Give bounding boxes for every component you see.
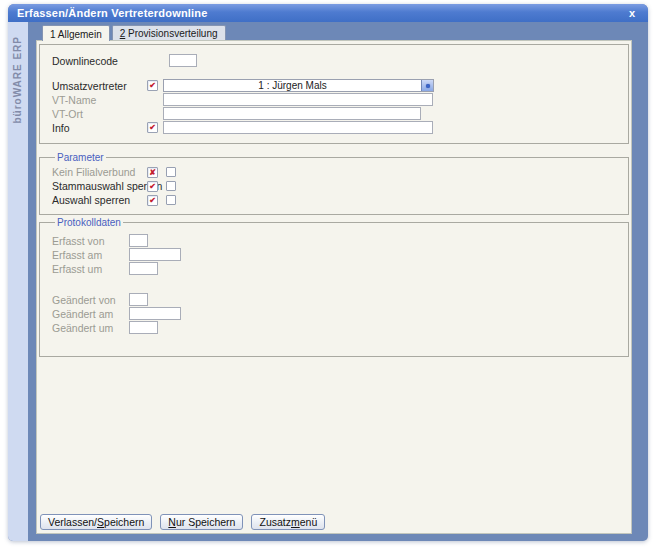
kein-filialverbund-label: Kein Filialverbund [52, 166, 147, 178]
auswahl-sperren-checkbox[interactable] [166, 195, 176, 205]
erfasst-von-input[interactable] [129, 234, 148, 247]
geaendert-um-input[interactable] [129, 321, 158, 334]
downlinecode-input[interactable] [169, 54, 197, 67]
parameter-section: Parameter Kein Filialverbund ✘ Stammausw… [39, 152, 629, 215]
check-icon[interactable]: ✔ [147, 181, 158, 192]
field-erfasst-um: Erfasst um [52, 262, 618, 275]
tab-provisionsverteilung[interactable]: 2 Provisionsverteilung [112, 25, 226, 40]
stammauswahl-sperren-checkbox[interactable] [166, 181, 176, 191]
erfasst-um-label: Erfasst um [52, 263, 129, 275]
dropdown-button[interactable] [421, 80, 433, 91]
stammauswahl-sperren-label: Stammauswahl sperren [52, 180, 147, 192]
umsatzvertreter-label: Umsatzvertreter [52, 80, 147, 92]
nur-speichern-button[interactable]: Nur Speichern [160, 514, 243, 530]
window-title: Erfassen/Ändern Vertreterdownline [17, 7, 625, 19]
erfasst-am-input[interactable] [129, 248, 181, 261]
erfasst-am-label: Erfasst am [52, 249, 129, 261]
erfasst-von-label: Erfasst von [52, 235, 129, 247]
info-edit-icon[interactable]: ✔ [147, 122, 158, 133]
umsatzvertreter-edit-icon[interactable]: ✔ [147, 80, 158, 91]
tab-allgemein[interactable]: 1 Allgemein [42, 25, 110, 41]
geaendert-am-label: Geändert am [52, 308, 129, 320]
parameter-legend: Parameter [55, 152, 106, 163]
brand-sidebar: büroWARE ERP [8, 22, 28, 541]
umsatzvertreter-value: 1 : Jürgen Mals [164, 80, 421, 91]
erfasst-um-input[interactable] [129, 262, 158, 275]
vt-ort-label: VT-Ort [52, 108, 147, 120]
info-input[interactable] [163, 121, 433, 134]
info-label: Info [52, 122, 147, 134]
protokolldaten-legend: Protokolldaten [55, 217, 123, 228]
field-downlinecode: Downlinecode [52, 54, 618, 67]
field-kein-filialverbund: Kein Filialverbund ✘ [52, 165, 618, 179]
field-erfasst-von: Erfasst von [52, 234, 618, 247]
field-auswahl-sperren: Auswahl sperren ✔ [52, 193, 618, 207]
tab-bar: 1 Allgemein 2 Provisionsverteilung [36, 22, 632, 40]
titlebar[interactable]: Erfassen/Ändern Vertreterdownline x [8, 4, 648, 22]
field-erfasst-am: Erfasst am [52, 248, 618, 261]
verlassen-speichern-button[interactable]: Verlassen/Speichern [40, 514, 152, 530]
protokolldaten-section: Protokolldaten Erfasst von Erfasst am Er… [39, 217, 629, 357]
field-geaendert-um: Geändert um [52, 321, 618, 334]
field-geaendert-von: Geändert von [52, 293, 618, 306]
field-vt-ort: VT-Ort [52, 107, 618, 120]
field-stammauswahl-sperren: Stammauswahl sperren ✔ [52, 179, 618, 193]
field-vt-name: VT-Name [52, 93, 618, 106]
check-icon[interactable]: ✔ [147, 195, 158, 206]
downlinecode-label: Downlinecode [52, 55, 147, 67]
form-panel: Downlinecode Umsatzvertreter ✔ 1 : Jürge… [36, 40, 632, 534]
geaendert-am-input[interactable] [129, 307, 181, 320]
umsatzvertreter-select[interactable]: 1 : Jürgen Mals [163, 79, 434, 92]
button-bar: Verlassen/Speichern Nur Speichern Zusatz… [37, 514, 631, 533]
vt-ort-input[interactable] [163, 107, 421, 120]
general-section: Downlinecode Umsatzvertreter ✔ 1 : Jürge… [39, 44, 629, 144]
field-geaendert-am: Geändert am [52, 307, 618, 320]
field-info: Info ✔ [52, 121, 618, 134]
geaendert-von-input[interactable] [129, 293, 148, 306]
dialog-window: Erfassen/Ändern Vertreterdownline x büro… [8, 4, 648, 541]
field-umsatzvertreter: Umsatzvertreter ✔ 1 : Jürgen Mals [52, 79, 618, 92]
brand-label: büroWARE ERP [12, 36, 23, 124]
auswahl-sperren-label: Auswahl sperren [52, 194, 147, 206]
geaendert-von-label: Geändert von [52, 294, 129, 306]
cross-icon[interactable]: ✘ [147, 167, 158, 178]
vt-name-label: VT-Name [52, 94, 147, 106]
vt-name-input[interactable] [163, 93, 433, 106]
zusatzmenu-button[interactable]: Zusatzmenü [251, 514, 325, 530]
kein-filialverbund-checkbox[interactable] [166, 167, 176, 177]
dropdown-icon [426, 84, 430, 88]
close-icon[interactable]: x [625, 6, 639, 20]
geaendert-um-label: Geändert um [52, 322, 129, 334]
